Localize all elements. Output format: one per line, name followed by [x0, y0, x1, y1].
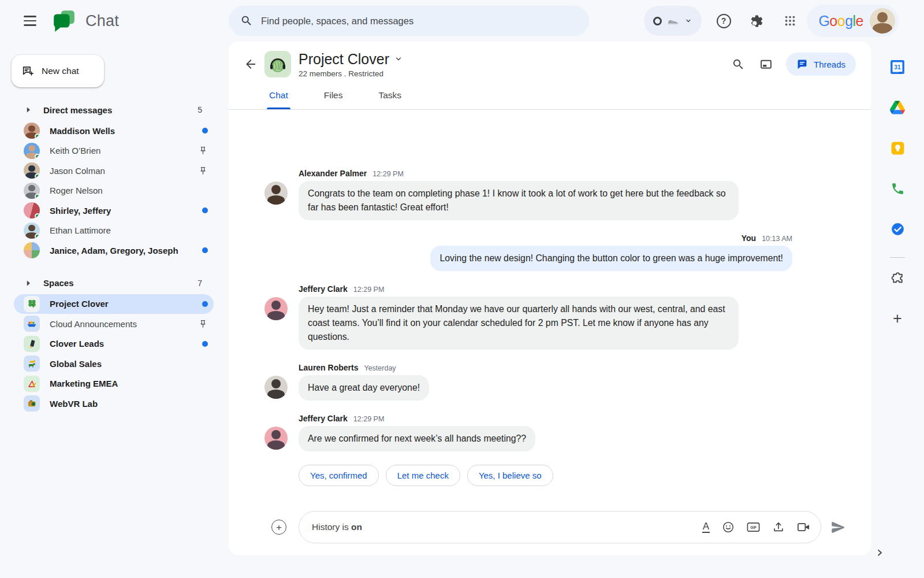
dm-section-header[interactable]: Direct messages 5 [23, 100, 202, 120]
voice-app-button[interactable] [891, 181, 905, 196]
status-selector[interactable] [644, 6, 702, 36]
message-time: 12:29 PM [353, 286, 385, 294]
smart-reply-label: Let me check [397, 470, 449, 480]
dm-list-item[interactable]: Jason Colman [14, 161, 214, 181]
unread-dot [202, 301, 208, 307]
dm-avatar [24, 202, 40, 218]
tab-label: Files [324, 90, 343, 101]
expand-rail-chevron[interactable]: › [877, 543, 883, 561]
row-adornment [202, 128, 210, 134]
smart-reply-row: Yes, confirmed Let me check Yes, I belie… [299, 465, 871, 486]
dm-list-item[interactable]: Keith O’Brien [14, 141, 214, 161]
tab-label: Tasks [378, 90, 401, 101]
space-header-avatar[interactable] [264, 51, 291, 77]
video-camera-icon [797, 521, 810, 533]
space-tab[interactable]: Chat [269, 87, 288, 109]
presence-dot [35, 134, 40, 139]
back-button[interactable] [239, 53, 262, 76]
drive-icon [890, 101, 905, 114]
addons-button[interactable] [891, 271, 905, 286]
tasks-icon [891, 222, 905, 236]
upload-icon [772, 521, 785, 533]
new-chat-button[interactable]: New chat [12, 55, 104, 87]
unread-dot [202, 341, 208, 347]
drive-app-button[interactable] [890, 100, 905, 115]
presence-dot [35, 213, 40, 218]
row-adornment [198, 166, 210, 176]
calendar-app-button[interactable]: 31 [890, 60, 905, 75]
dm-name: Jason Colman [50, 166, 105, 176]
search-input[interactable] [261, 16, 578, 27]
space-avatar [24, 336, 40, 352]
sender-name: Lauren Roberts [299, 363, 358, 372]
emoji-button[interactable] [722, 521, 735, 533]
format-text-icon: A [702, 521, 710, 533]
smart-reply-chip[interactable]: Yes, confirmed [299, 465, 379, 486]
open-details-button[interactable] [752, 50, 780, 78]
tasks-app-button[interactable] [891, 221, 905, 236]
help-button[interactable]: ? [710, 7, 737, 35]
space-tab[interactable]: Files [324, 87, 343, 109]
new-chat-icon [21, 65, 34, 77]
space-name: Clover Leads [50, 339, 104, 349]
space-list-item[interactable]: Clover Leads [14, 334, 214, 354]
smart-reply-chip[interactable]: Yes, I believe so [467, 465, 553, 486]
message-bubble: Are we confirmed for next week’s all han… [299, 426, 535, 451]
add-attachment-button[interactable]: + [271, 520, 286, 535]
google-logo-letter: e [856, 13, 863, 29]
space-name: Project Clover [50, 299, 109, 309]
sender-avatar [264, 427, 288, 450]
apps-launcher-button[interactable] [776, 7, 803, 35]
message-bubble: Have a great day everyone! [299, 375, 429, 401]
dm-list-item[interactable]: Maddison Wells [14, 121, 214, 141]
upload-button[interactable] [772, 521, 785, 533]
calendar-icon: 31 [890, 60, 905, 75]
sender-avatar [264, 376, 288, 399]
expand-arrow-icon[interactable] [23, 278, 33, 288]
dm-list-item[interactable]: Shirley, Jeffery [14, 201, 214, 221]
dm-list-item[interactable]: Janice, Adam, Gregory, Joseph [14, 240, 214, 261]
space-list-item[interactable]: Marketing EMEA [14, 374, 214, 394]
row-adornment [202, 301, 210, 307]
account-pill[interactable]: Google [807, 5, 899, 37]
space-list-item[interactable]: Project Clover [14, 294, 214, 314]
expand-arrow-icon[interactable] [23, 105, 33, 115]
space-list-item[interactable]: WebVR Lab [14, 394, 214, 414]
svg-text:GIF: GIF [750, 525, 757, 529]
spaces-section-count: 7 [198, 279, 202, 288]
add-app-button[interactable]: + [893, 311, 902, 326]
user-avatar[interactable] [870, 8, 895, 34]
threads-button[interactable]: Threads [786, 53, 856, 76]
space-list-item[interactable]: Global Sales [14, 354, 214, 374]
keep-app-button[interactable] [891, 140, 905, 155]
chevron-down-icon [684, 17, 692, 25]
app-title: Chat [85, 12, 119, 30]
video-button[interactable] [797, 521, 810, 533]
dm-section-count: 5 [198, 105, 202, 114]
message: Lauren Roberts Yesterday Have a great da… [264, 363, 871, 401]
dm-name: Shirley, Jeffery [50, 206, 111, 216]
global-search[interactable] [229, 6, 589, 36]
spaces-section-header[interactable]: Spaces 7 [23, 273, 202, 293]
menu-icon[interactable] [16, 7, 44, 35]
send-icon [830, 520, 846, 535]
smart-reply-chip[interactable]: Let me check [386, 465, 460, 486]
space-tab[interactable]: Tasks [378, 87, 401, 109]
cabbage-headphones-icon [266, 53, 289, 76]
title-block[interactable]: Project Clover 22 members . Restricted [299, 51, 403, 78]
topbar-left: Chat [0, 7, 229, 35]
space-list-item[interactable]: Cloud Announcements [14, 314, 214, 334]
dm-list-item[interactable]: Ethan Lattimore [14, 221, 214, 241]
message: Jeffery Clark 12:29 PM Are we confirmed … [264, 414, 871, 451]
space-avatar [24, 355, 40, 372]
message-bubble: Congrats to the team on completing phase… [299, 181, 739, 220]
settings-gear-icon [750, 14, 764, 28]
settings-button[interactable] [743, 7, 770, 35]
search-in-space-button[interactable] [725, 50, 752, 78]
gif-button[interactable]: GIF [747, 521, 760, 533]
send-button[interactable] [830, 520, 846, 535]
message: Jeffery Clark 12:29 PM Hey team! Just a … [264, 284, 871, 350]
message-input[interactable]: History is on A GIF [299, 511, 821, 543]
dm-list-item[interactable]: Roger Nelson [14, 181, 214, 201]
format-button[interactable]: A [702, 521, 710, 533]
